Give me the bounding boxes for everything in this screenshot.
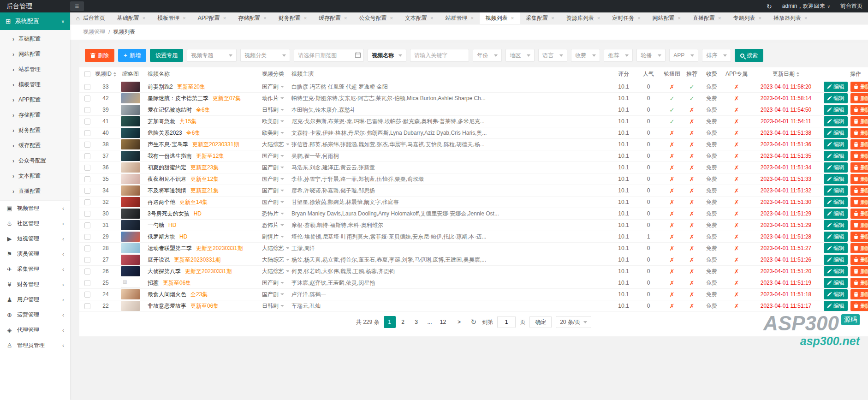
column-header[interactable]: 轮播图 [661,70,683,78]
page-button[interactable]: 2 [397,316,409,328]
row-checkbox[interactable] [84,165,90,171]
sidebar-item[interactable]: ✈ 采集管理 ‹ [0,262,70,277]
delete-row-button[interactable]: 删除 [850,289,868,299]
carousel-flag[interactable]: ✓ [670,95,675,102]
carousel-flag[interactable]: ✗ [670,303,675,310]
edit-button[interactable]: 编辑 [824,128,848,138]
sidebar-subitem[interactable]: › 基础配置 [0,31,70,47]
video-name-cell[interactable]: 一勺糖HD [145,221,259,229]
delete-row-button[interactable]: 删除 [850,139,868,149]
close-icon[interactable]: × [678,12,681,24]
menu-toggle-icon[interactable]: ≡ [70,1,84,11]
sidebar-subitem[interactable]: › 直播配置 [0,184,70,199]
carousel-flag[interactable]: ✗ [670,141,675,148]
edit-button[interactable]: 编辑 [824,162,848,173]
close-icon[interactable]: × [304,12,307,24]
carousel-flag[interactable]: ✗ [670,222,675,229]
tab[interactable]: 直播配置 × [687,12,727,24]
delete-row-button[interactable]: 删除 [850,151,868,161]
category-select[interactable]: 恐怖片 [259,221,289,229]
edit-button[interactable]: 编辑 [824,197,848,207]
edit-button[interactable]: 编辑 [824,209,848,219]
fee-label[interactable]: 免费 [701,198,722,206]
search-field-select[interactable]: 视频名称 [368,49,406,62]
delete-row-button[interactable]: 删除 [850,243,868,253]
close-icon[interactable]: × [390,12,393,24]
category-select[interactable]: 剧情片 [259,233,289,241]
app-exclusive-flag[interactable]: ✗ [734,187,739,194]
row-checkbox[interactable] [84,142,90,148]
recommend-flag[interactable]: ✗ [690,222,695,229]
fee-label[interactable]: 免费 [701,95,722,102]
video-name-cell[interactable]: 运动者联盟第二季更新至20230331期 [145,245,259,252]
recommend-flag[interactable]: ✗ [690,280,695,287]
fee-label[interactable]: 免费 [701,302,722,310]
sidebar-item[interactable]: ♙ 管理员管理 ‹ [0,338,70,353]
fee-label[interactable]: 免费 [701,291,722,299]
delete-row-button[interactable]: 删除 [850,128,868,138]
category-select[interactable]: 国产剧 [259,152,289,160]
row-checkbox[interactable] [84,107,90,113]
tab[interactable]: 存储配置 × [232,12,272,24]
row-checkbox[interactable] [84,130,90,136]
category-select[interactable]: 大陆综艺 [259,256,289,264]
topic-select[interactable]: 视频专题 [187,49,237,62]
row-checkbox[interactable] [84,269,90,275]
sidebar-subitem[interactable]: › APP配置 [0,92,70,107]
category-select[interactable]: 国产剧 [259,175,289,183]
app-exclusive-flag[interactable]: ✗ [734,233,739,240]
close-icon[interactable]: × [597,12,600,24]
video-name-cell[interactable]: 夜夜相见不识君更新至12集 [145,175,259,183]
carousel-flag[interactable]: ✗ [670,245,675,252]
category-select[interactable]: 日韩剧 [259,302,289,310]
close-icon[interactable]: × [183,12,185,24]
search-button[interactable]: 搜索 [735,49,763,62]
row-checkbox[interactable] [84,153,90,159]
category-select[interactable]: 大陆综艺 [259,141,289,149]
app-exclusive-flag[interactable]: ✗ [734,268,739,275]
row-checkbox[interactable] [84,303,90,309]
column-header[interactable]: 推荐 [683,70,701,78]
edit-button[interactable]: 编辑 [824,301,848,311]
delete-row-button[interactable]: 删除 [850,82,868,92]
carousel-flag[interactable]: ✗ [670,280,675,287]
recommend-flag[interactable]: ✗ [690,303,695,310]
video-name-cell[interactable]: 最食人间烟火色全23集 [145,291,259,299]
tab[interactable]: 缓存配置 × [313,12,353,24]
row-checkbox[interactable] [84,96,90,101]
video-name-cell[interactable]: 非故意恋爱故事更新至06集 [145,302,259,310]
edit-button[interactable]: 编辑 [824,185,848,196]
row-checkbox[interactable] [84,176,90,182]
delete-row-button[interactable]: 删除 [850,105,868,115]
page-button[interactable]: ... [424,316,436,328]
fee-label[interactable]: 免费 [701,187,722,195]
recommend-flag[interactable]: ✗ [690,268,695,275]
recommend-flag[interactable]: ✗ [690,245,695,252]
column-header[interactable]: 人气 [636,70,661,78]
carousel-flag[interactable]: ✗ [670,291,675,298]
close-icon[interactable]: × [143,12,145,24]
refresh-icon[interactable]: ↻ [767,3,772,10]
row-checkbox[interactable] [84,280,90,286]
delete-row-button[interactable]: 删除 [850,197,868,207]
carousel-flag[interactable]: ✗ [670,257,675,263]
close-icon[interactable]: × [344,12,347,24]
edit-button[interactable]: 编辑 [824,105,848,115]
frontend-home-link[interactable]: 前台首页 [840,2,862,10]
page-button[interactable]: 12 [437,316,449,328]
edit-button[interactable]: 编辑 [824,82,848,92]
row-checkbox[interactable] [84,222,90,228]
delete-row-button[interactable]: 删除 [850,174,868,184]
delete-row-button[interactable]: 删除 [850,255,868,265]
carousel-flag[interactable]: ✗ [670,164,675,171]
fee-label[interactable]: 免费 [701,210,722,218]
video-name-cell[interactable]: 初夏的甜蜜约定更新至23集 [145,164,259,172]
sidebar-subitem[interactable]: › 财务配置 [0,123,70,138]
filter-select[interactable]: 年份 [473,49,502,62]
carousel-flag[interactable]: ✗ [670,130,675,137]
video-name-cell[interactable]: 爱在记忆被冻结时全6集 [145,106,259,114]
date-range-input[interactable] [294,49,364,62]
fee-label[interactable]: 免费 [701,141,722,149]
select-all-checkbox[interactable] [84,71,90,77]
tab[interactable]: 网站配置 × [647,12,687,24]
